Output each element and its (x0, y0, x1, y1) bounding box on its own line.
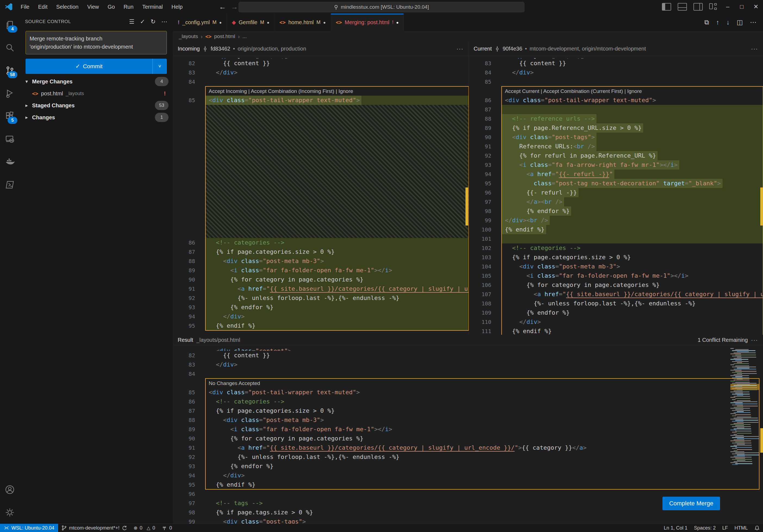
eol-indicator[interactable]: LF (719, 525, 731, 531)
section-changes[interactable]: ▸ Changes 1 (20, 111, 173, 123)
commit-dropdown[interactable]: ˅ (153, 59, 167, 74)
line-number: 82 (188, 351, 195, 360)
incoming-code[interactable]: <div class="content"> {{ content }} </di… (205, 56, 469, 330)
overview-ruler-marker[interactable] (760, 187, 763, 226)
branch-indicator[interactable]: mtcom-development*+! (58, 524, 130, 532)
overview-ruler-marker[interactable] (466, 187, 468, 226)
back-arrow-icon[interactable]: ← (219, 3, 226, 11)
next-conflict-icon[interactable]: ↓ (726, 19, 729, 26)
conflict-action-bar[interactable]: Accept Current | Accept Combination (Cur… (501, 86, 763, 96)
minimap[interactable] (730, 348, 759, 465)
html-icon: <> (205, 34, 211, 40)
line-number: 90 (188, 434, 195, 443)
incoming-refs: • (233, 46, 235, 52)
dirty-dot-icon[interactable]: ● (323, 20, 326, 25)
code-line: </div> (501, 68, 763, 77)
current-more-icon[interactable]: ··· (751, 46, 758, 52)
view-as-list-icon[interactable]: ☰ (129, 18, 135, 25)
dirty-dot-icon[interactable]: ● (219, 20, 222, 25)
customize-layout-icon[interactable] (709, 3, 717, 10)
language-mode[interactable]: HTML (731, 525, 751, 531)
line-number: 109 (482, 308, 491, 317)
result-more-icon[interactable]: ··· (751, 337, 758, 343)
code-line: {% endif %} (205, 480, 759, 489)
activity-remote-explorer[interactable] (0, 128, 20, 151)
more-actions-icon[interactable]: ⋯ (750, 19, 756, 26)
dirty-dot-icon[interactable]: ● (267, 20, 269, 25)
line-number: 87 (485, 105, 491, 114)
previous-conflict-icon[interactable]: ↑ (716, 19, 719, 26)
result-label: Result (178, 337, 193, 343)
activity-extensions[interactable]: 5 (0, 105, 20, 128)
menu-selection[interactable]: Selection (53, 2, 82, 12)
activity-search[interactable] (0, 37, 20, 59)
menu-edit[interactable]: Edit (34, 2, 51, 12)
line-number: 86 (485, 96, 491, 105)
open-changes-icon[interactable]: ⧉ (704, 19, 709, 26)
commit-check-icon[interactable]: ✓ (140, 18, 145, 25)
incoming-commit-hash[interactable]: fd83462 (211, 46, 230, 52)
tab-merging-post-html[interactable]: <> Merging: post.html ! ● (331, 14, 404, 31)
breadcrumb-layouts[interactable]: _layouts (179, 34, 198, 40)
commit-button[interactable]: ✓Commit ˅ (26, 59, 167, 74)
menu-terminal[interactable]: Terminal (138, 2, 166, 12)
incoming-editor-pane[interactable]: 8283848586878889909192939495 <div class=… (173, 56, 469, 335)
more-actions-icon[interactable]: ⋯ (161, 18, 167, 25)
activity-terminal[interactable] (0, 173, 20, 196)
indentation[interactable]: Spaces: 2 (691, 525, 719, 531)
refresh-icon[interactable]: ↻ (151, 18, 156, 25)
activity-explorer[interactable]: 4 (0, 14, 20, 37)
menu-help[interactable]: Help (167, 2, 186, 12)
current-code[interactable]: <div class="content"> {{ content }} </di… (501, 56, 763, 335)
menu-bar: File Edit Selection View Go Run Terminal… (17, 2, 186, 12)
maximize-button[interactable]: □ (735, 0, 749, 14)
file-item-post-html[interactable]: <> post.html _layouts ! (20, 87, 173, 99)
incoming-more-icon[interactable]: ··· (457, 46, 464, 52)
tab-home-html[interactable]: <> home.html M ● (274, 14, 331, 31)
menu-file[interactable]: File (17, 2, 33, 12)
problems-indicator[interactable]: ⊗0 △0 (130, 524, 159, 532)
close-button[interactable]: ✕ (749, 0, 763, 14)
toggle-panel-icon[interactable] (678, 3, 687, 11)
complete-merge-button[interactable]: Complete Merge (662, 497, 720, 510)
line-number: 85 (188, 96, 195, 105)
forward-arrow-icon[interactable]: → (231, 3, 238, 11)
split-editor-icon[interactable]: ◫ (737, 19, 743, 26)
dirty-dot-icon[interactable]: ● (396, 20, 399, 25)
section-merge-changes[interactable]: ▾ Merge Changes 4 (20, 75, 173, 87)
breadcrumb-symbol[interactable]: ... (242, 34, 247, 40)
current-editor-pane[interactable]: 8384858687888990919293949596979899100101… (469, 56, 763, 335)
remote-indicator[interactable]: WSL: Ubuntu-20.04 (0, 524, 58, 532)
line-number: 93 (188, 462, 195, 471)
menu-go[interactable]: Go (104, 2, 119, 12)
result-editor-pane[interactable]: 828384858687888990919293949596979899 <di… (173, 345, 763, 524)
activity-account[interactable] (0, 478, 20, 501)
menu-view[interactable]: View (83, 2, 103, 12)
minimize-button[interactable]: – (720, 0, 735, 14)
search-icon (5, 43, 15, 53)
conflict-action-bar[interactable]: No Changes Accepted (205, 378, 759, 388)
ports-indicator[interactable]: 0 (159, 524, 175, 532)
toggle-secondary-sidebar-icon[interactable] (694, 3, 703, 11)
tab-gemfile[interactable]: ◆ Gemfile M ● (227, 14, 274, 31)
current-label: Current (474, 46, 492, 52)
commit-message-input[interactable]: Merge remote-tracking branch 'origin/pro… (26, 31, 167, 54)
code-line: <div class="post-tags"> (501, 133, 763, 142)
activity-run-debug[interactable] (0, 82, 20, 105)
tab-config-yml[interactable]: ! _config.yml M ● (173, 14, 227, 31)
cursor-position[interactable]: Ln 1, Col 1 (661, 525, 691, 531)
activity-docker[interactable] (0, 151, 20, 173)
breadcrumb-post-html[interactable]: post.html (214, 34, 235, 40)
notifications[interactable] (751, 525, 763, 531)
line-number: 90 (188, 275, 195, 284)
section-staged-changes[interactable]: ▸ Staged Changes 53 (20, 99, 173, 111)
toggle-sidebar-icon[interactable] (662, 3, 671, 11)
overview-ruler-marker[interactable] (760, 428, 763, 453)
conflict-action-bar[interactable]: Accept Incoming | Accept Combination (In… (205, 86, 469, 96)
remote-explorer-icon (5, 134, 15, 144)
menu-run[interactable]: Run (120, 2, 138, 12)
command-center-search[interactable]: ⚲ mindlesstux.com [WSL: Ubuntu-20.04] (239, 2, 524, 12)
current-commit-hash[interactable]: 90f4e36 (503, 46, 522, 52)
activity-source-control[interactable]: 58 (0, 59, 20, 82)
activity-settings[interactable] (0, 501, 20, 524)
